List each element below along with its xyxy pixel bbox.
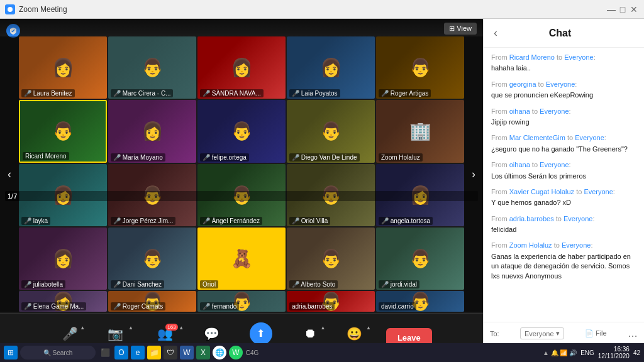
chat-title: Chat [549, 28, 572, 39]
video-cell: 👩🎤 Laura Benitez [19, 36, 107, 99]
excel-app[interactable]: X [196, 346, 210, 359]
chat-messages: From Ricard Moreno to Everyone:hahaha la… [484, 48, 644, 322]
close-button[interactable]: ✕ [629, 4, 639, 14]
title-bar: Zoom Meeting — □ ✕ [0, 0, 644, 19]
chat-icon: 💬 [204, 326, 219, 341]
video-cell: 👨adria.barrobes [287, 291, 375, 312]
edge-app[interactable]: e [131, 346, 145, 359]
window-controls[interactable]: — □ ✕ [606, 4, 639, 14]
taskbar-right: ▲ 🔔 📶 🔊 ENG 16:36 12/11/2020 42 [543, 346, 640, 359]
chat-message: From oihana to Everyone:Jipjip rowing [491, 107, 636, 128]
video-grid-wrapper: ‹ 1/7 👩🎤 Laura Benitez👨🎤 Marc Cirera - C… [0, 19, 483, 362]
video-area: ⊞ View ‹ 1/7 👩🎤 Laura Benitez👨🎤 Marc Cir… [0, 19, 483, 362]
video-cell: 👨🎤 Marc Cirera - C... [108, 36, 196, 99]
video-cell: 👩🎤 Laia Poyatos [287, 36, 375, 99]
video-cell: 👨🎤 Diego Van De Linde [287, 100, 375, 162]
minimize-button[interactable]: — [606, 4, 616, 14]
language-indicator: ENG [580, 349, 594, 356]
video-cell: 👩🎤 juliabotella [19, 228, 107, 290]
chat-message: From georgina to Everyone:que se pronunc… [491, 80, 636, 101]
chat-message: From oihana to Everyone:Los últimos Será… [491, 160, 636, 181]
video-cell: 👩🎤 Elena Game Ma... [19, 291, 107, 312]
explorer-app[interactable]: 📁 [147, 346, 161, 359]
chrome-app[interactable]: 🌐 [213, 346, 226, 359]
participants-caret: ▲ [179, 325, 184, 331]
taskbar: ⊞ 🔍 Search ⬛ O e 📁 🛡 W X 🌐 W C4G ▲ 🔔 📶 🔊… [0, 343, 644, 362]
taskbar-left: ⊞ 🔍 Search ⬛ O e 📁 🛡 W X 🌐 W C4G [4, 346, 259, 359]
maximize-button[interactable]: □ [618, 4, 628, 14]
chat-collapse-icon[interactable]: ‹ [494, 26, 497, 40]
chat-message: From adria.barrobes to Everyone:felicida… [491, 214, 636, 235]
video-cell: 👩🎤 SÀNDRA NAVA... [197, 36, 286, 99]
share-screen-icon: ⬆ [250, 322, 272, 345]
view-button[interactable]: ⊞ View [444, 23, 477, 35]
chat-message: From Xavier Cugat Holaluz to Everyone:Y … [491, 187, 636, 208]
chat-message: From Mar ClementeGim to Everyone:¿seguro… [491, 133, 636, 154]
video-cell: 👨🎤 fernando [197, 291, 286, 312]
video-cell: 👨🎤 Roger Camats [108, 291, 196, 312]
video-cell: 👨🎤 felipe.ortega [197, 100, 286, 162]
video-cell: 👨david.carrio [376, 291, 464, 312]
video-cell: 👨🎤 Dani Sanchez [108, 228, 196, 290]
video-icon: 📷 [108, 326, 123, 341]
record-caret: ▲ [320, 325, 325, 331]
file-label[interactable]: 📄 File [585, 329, 607, 337]
outlook-app[interactable]: O [114, 346, 128, 359]
chat-message: From Ricard Moreno to Everyone:hahaha la… [491, 53, 636, 74]
word-app[interactable]: W [180, 346, 194, 359]
chat-panel: ‹ Chat From Ricard Moreno to Everyone:ha… [483, 19, 644, 362]
search-taskbar[interactable]: 🔍 Search [20, 346, 96, 359]
participants-count: 163 [165, 324, 177, 331]
notifications-count: 42 [633, 349, 640, 356]
clock: 16:36 [598, 346, 630, 353]
video-caret: ▲ [128, 325, 133, 331]
main-container: ⊞ View ‹ 1/7 👩🎤 Laura Benitez👨🎤 Marc Cir… [0, 19, 644, 362]
video-cell: 👨🎤 Roger Artigas [376, 36, 464, 99]
more-options-icon[interactable]: … [628, 328, 638, 339]
chat-message: From Zoom Holaluz to Everyone:Ganas la e… [491, 241, 636, 281]
video-cell: 🧸Oriol [197, 228, 286, 290]
video-cell: 👨🎤 jordi.vidal [376, 228, 464, 290]
video-cell: 🏢Zoom Holaluz [376, 100, 464, 162]
mic-icon: 🎤 [62, 326, 78, 341]
chat-to-line: To: Everyone ▾ 📄 File … [490, 327, 638, 339]
video-cell: 👨🎤 Alberto Soto [287, 228, 375, 290]
prev-page-button[interactable]: ‹ [0, 36, 19, 312]
video-cell: 👨Ricard Moreno [19, 100, 107, 162]
to-label: To: [490, 330, 499, 337]
title-bar-text: Zoom Meeting [19, 5, 67, 14]
chat-header: ‹ Chat [484, 19, 644, 48]
start-button[interactable]: ⊞ [4, 346, 18, 359]
reactions-caret: ▲ [366, 325, 371, 331]
video-grid: 👩🎤 Laura Benitez👨🎤 Marc Cirera - C...👩🎤 … [0, 36, 483, 312]
whatsapp-app[interactable]: W [229, 346, 243, 359]
video-topbar: ⊞ View [0, 19, 483, 38]
taskview-button[interactable]: ⬛ [98, 346, 112, 359]
to-recipient: Everyone [525, 330, 553, 337]
page-indicator-right: 1/7 [5, 191, 478, 201]
security-app[interactable]: 🛡 [164, 346, 177, 359]
svg-point-0 [8, 7, 13, 12]
record-icon: ⏺ [304, 326, 316, 341]
unmute-caret: ▲ [80, 325, 85, 331]
zoom-app-icon [5, 4, 15, 14]
taskbar-time: 16:36 12/11/2020 [598, 346, 630, 359]
next-page-button[interactable]: › [464, 36, 483, 312]
date-display: 12/11/2020 [598, 353, 630, 359]
reactions-icon: 😀 [347, 326, 362, 341]
system-tray: ▲ 🔔 📶 🔊 [543, 349, 577, 356]
to-chevron-icon: ▾ [556, 329, 560, 337]
to-selector[interactable]: Everyone ▾ [520, 327, 564, 339]
video-cell: 👩🎤 María Moyano [108, 100, 196, 162]
c4g-label: C4G [245, 346, 259, 359]
